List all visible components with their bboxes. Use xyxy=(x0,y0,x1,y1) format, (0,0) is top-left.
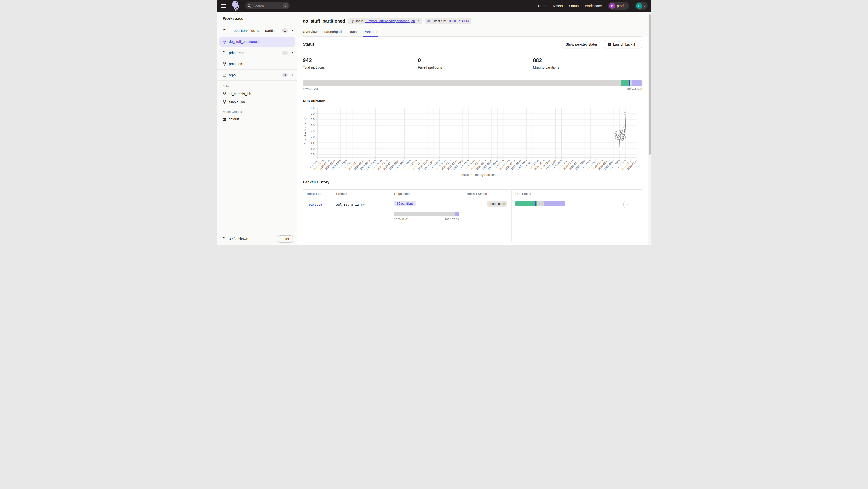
asset-group-icon xyxy=(223,118,226,121)
backfill-id-link[interactable]: jozrgsbh xyxy=(307,203,322,206)
asset-groups-section-label: Asset Groups xyxy=(217,106,297,115)
stat-failed-partitions: 0 Failed partitions xyxy=(412,52,527,75)
y-axis-title: Execution time (secs) xyxy=(304,118,307,144)
backfill-status-badge: Incomplete xyxy=(487,201,507,207)
job-icon xyxy=(223,62,226,66)
deployment-switcher[interactable]: P prod ▾ xyxy=(608,2,629,10)
partitions-panel: Status Show per-step status + Launch bac… xyxy=(297,37,648,244)
job-label: do_stuff_partitioned xyxy=(229,40,259,44)
data-point[interactable] xyxy=(625,134,627,136)
show-per-step-status-button[interactable]: Show per-step status xyxy=(562,40,601,48)
job-icon xyxy=(350,20,354,23)
nav-link-runs[interactable]: Runs xyxy=(538,4,546,8)
dagster-logo-icon[interactable] xyxy=(231,1,240,11)
scrollbar-thumb[interactable] xyxy=(649,14,651,155)
col-requested: Requested xyxy=(390,190,463,198)
partition-stats: 942 Total partitions 0 Failed partitions… xyxy=(303,52,642,75)
chevron-down-icon[interactable]: ▼ xyxy=(291,74,293,76)
backfill-created: Jul 30, 5:12 PM xyxy=(336,203,364,206)
requested-partitions-pill[interactable]: 60 partitions xyxy=(394,201,416,206)
sidebar-item-repo[interactable]: repo 3 ▼ xyxy=(217,70,297,81)
partition-range-end: 2022-07-30 xyxy=(626,88,642,91)
sidebar-item-prha-job[interactable]: prha_job xyxy=(217,58,297,70)
jobs-section-label: Jobs xyxy=(217,81,297,90)
global-search[interactable]: Search... / xyxy=(245,2,290,9)
run-status-segment xyxy=(516,201,528,206)
x-axis-title: Execution Time by Partition xyxy=(459,173,496,177)
data-point[interactable] xyxy=(621,130,623,133)
run-status-segment xyxy=(535,201,536,206)
run-status-dot xyxy=(428,20,430,22)
sidebar-item-repository[interactable]: __repository__do_stuff_partitio... 1 ▼ xyxy=(217,25,297,36)
job-label: prha_job xyxy=(229,62,242,66)
folder-icon xyxy=(223,73,226,77)
job-icon xyxy=(223,92,226,95)
sidebar-item-default-group[interactable]: default xyxy=(217,115,297,123)
data-point[interactable] xyxy=(619,133,621,135)
expand-row-button[interactable] xyxy=(623,201,631,208)
main-content: do_stuff_partitioned Job in __reposi...a… xyxy=(297,12,648,244)
chevron-down-icon xyxy=(626,203,629,205)
refresh-icon[interactable]: ⟳ xyxy=(416,19,420,23)
nav-link-workspace[interactable]: Workspace xyxy=(585,4,602,8)
requested-partitions-bar xyxy=(394,212,459,216)
job-origin-pill: Job in __reposi...artitioned@partitioned… xyxy=(348,18,422,25)
run-status-bar[interactable] xyxy=(516,201,565,206)
tab-runs[interactable]: Runs xyxy=(348,30,356,36)
chevron-down-icon: ▾ xyxy=(644,5,645,7)
user-menu[interactable]: P ▾ xyxy=(635,2,648,10)
deployment-avatar: P xyxy=(609,3,615,9)
page-title: do_stuff_partitioned xyxy=(303,19,345,24)
sidebar-item-prha-repo[interactable]: prha_repo 1 ▼ xyxy=(217,47,297,58)
repo-label: repo xyxy=(229,73,236,77)
data-point[interactable] xyxy=(623,127,625,129)
user-avatar: P xyxy=(636,3,642,9)
tab-launchpad[interactable]: Launchpad xyxy=(324,30,342,36)
chevron-down-icon[interactable]: ▼ xyxy=(291,52,293,54)
requested-range-start: 2020-01-01 xyxy=(394,218,408,221)
repo-count-badge: 1 xyxy=(282,51,288,55)
latest-run-pill: Latest run: Jul 30, 5:14 PM xyxy=(425,18,471,25)
chevron-down-icon[interactable]: ▼ xyxy=(291,29,293,32)
workspace-sidebar: Workspace __repository__do_stuff_partiti… xyxy=(217,12,297,244)
data-point[interactable] xyxy=(619,148,621,150)
repos-shown-count: 3 of 3 shown xyxy=(229,237,248,241)
latest-run-link[interactable]: Jul 30, 5:14 PM xyxy=(448,20,469,23)
data-point[interactable] xyxy=(624,112,626,115)
sidebar-item-simple-job[interactable]: simple_job xyxy=(217,98,297,106)
filter-button[interactable]: Filter xyxy=(278,235,293,242)
sidebar-item-all-cereals-job[interactable]: all_cereals_job xyxy=(217,90,297,98)
partition-status-bar[interactable] xyxy=(303,80,642,86)
col-run-status: Run Status xyxy=(512,190,623,198)
y-tick-label: 6.0 xyxy=(311,147,315,150)
data-point[interactable] xyxy=(623,132,625,134)
status-heading: Status xyxy=(303,42,315,46)
search-icon xyxy=(247,3,252,8)
run-duration-heading: Run duration xyxy=(303,99,642,103)
y-tick-label: 7.0 xyxy=(311,135,315,138)
dagster-app: Search... / Runs Assets Status Workspace… xyxy=(217,0,651,244)
run-duration-chart: 9.59.08.58.07.57.06.56.05.52020-01-01202… xyxy=(303,105,642,178)
repo-count-badge: 3 xyxy=(282,73,288,77)
launch-backfill-button[interactable]: + Launch backfill... xyxy=(604,40,642,48)
folder-icon xyxy=(223,51,226,55)
job-icon xyxy=(223,40,226,44)
sidebar-item-do-stuff-partitioned[interactable]: do_stuff_partitioned xyxy=(217,36,297,47)
tab-overview[interactable]: Overview xyxy=(303,30,317,36)
deployment-label: prod xyxy=(617,4,624,8)
repository-link[interactable]: __reposi...artitioned@partitioned_job xyxy=(365,20,415,23)
folder-icon xyxy=(223,29,226,32)
navbar-links: Runs Assets Status Workspace P prod ▾ P … xyxy=(538,2,651,10)
hamburger-menu-icon[interactable] xyxy=(221,4,226,7)
page-scrollbar[interactable] xyxy=(648,12,651,244)
partition-range-start: 2020-01-01 xyxy=(303,88,318,91)
nav-link-assets[interactable]: Assets xyxy=(552,4,562,8)
backfill-history-table: Backfill Id Created Requested Backfill S… xyxy=(303,190,642,241)
repo-label: __repository__do_stuff_partitio... xyxy=(229,29,276,32)
data-point[interactable] xyxy=(615,131,617,133)
chevron-down-icon: ▾ xyxy=(625,5,626,7)
data-point[interactable] xyxy=(619,137,621,139)
tab-partitions[interactable]: Partitions xyxy=(364,30,378,36)
nav-link-status[interactable]: Status xyxy=(569,4,579,8)
job-label: all_cereals_job xyxy=(229,92,251,96)
